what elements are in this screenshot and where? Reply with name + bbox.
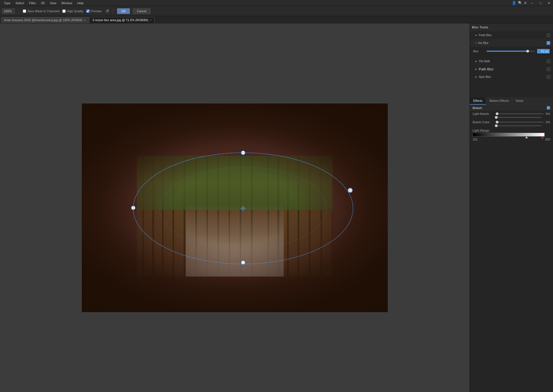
light-range-left-val: 191: [473, 138, 478, 141]
iris-blur-section: ▾ Iris Blur ✓ Blur: [470, 39, 553, 57]
high-quality-checkbox[interactable]: [62, 9, 66, 13]
blur-tool-iris[interactable]: ▾ Iris Blur ✓: [470, 39, 553, 47]
high-quality-label: High Quality: [67, 9, 83, 13]
zoom-input[interactable]: [2, 9, 15, 14]
field-blur-chevron: ▶: [475, 34, 477, 36]
save-mask-group: Save Mask to Channels: [23, 9, 60, 13]
cancel-button[interactable]: Cancel: [133, 8, 150, 14]
layout-icon[interactable]: ⊞: [524, 1, 527, 5]
right-panel: Blur Tools ▶ Field Blur ▾ Iris Blur ✓ Bl…: [470, 23, 553, 392]
high-quality-group: High Quality: [62, 9, 83, 13]
person-icon[interactable]: 👤: [512, 1, 516, 5]
path-blur-chevron: ▶: [475, 68, 477, 70]
blur-tool-path[interactable]: ▶ Path Blur: [470, 65, 553, 73]
field-blur-checkbox[interactable]: [547, 33, 550, 37]
field-blur-label: Field Blur: [479, 33, 545, 37]
light-range-right-thumb[interactable]: [541, 136, 544, 138]
tilt-shift-checkbox[interactable]: [547, 60, 550, 63]
blur-value-input[interactable]: [537, 49, 550, 53]
blur-slider[interactable]: [487, 51, 535, 52]
bokeh-color-row: Bokeh Color: 0%: [470, 119, 553, 125]
tilt-shift-label: Tilt-Shift: [479, 60, 545, 63]
iris-blur-label: Iris Blur: [478, 41, 545, 45]
save-mask-checkbox[interactable]: [23, 9, 26, 13]
menu-bar: Type Select Filter 3D View Window Help 👤…: [0, 0, 553, 6]
preview-checkbox[interactable]: [86, 9, 90, 13]
iris-blur-controls: Blur: [470, 47, 553, 57]
light-range-label: Light Range:: [473, 129, 495, 132]
tab-label-2: 3 resize blur area.jpg @ 71.5% (RGB/8#): [92, 18, 148, 22]
light-bokeh-label: Light Bokeh:: [473, 112, 495, 115]
tab-noise[interactable]: Noise: [512, 97, 527, 105]
close-button[interactable]: ✕: [545, 0, 553, 6]
tab-bar: brian bossany 0035 @brianbossany.jpg @ 1…: [0, 16, 553, 23]
bokeh-check-icon: ✓: [547, 107, 550, 109]
light-bokeh-slider[interactable]: [497, 113, 544, 114]
blur-tool-tilt[interactable]: ▶ Tilt-Shift: [470, 57, 553, 65]
tilt-shift-chevron: ▶: [475, 60, 477, 63]
effects-tabs-header: Effects Motion Effects Noise: [470, 97, 553, 105]
bokeh-color-label: Bokeh Color:: [473, 120, 495, 124]
preview-group: Preview: [86, 9, 102, 13]
menu-item-type[interactable]: Type: [2, 1, 13, 5]
maximize-button[interactable]: □: [536, 0, 545, 6]
spin-blur-checkbox[interactable]: [547, 75, 550, 79]
tab-motion-effects[interactable]: Motion Effects: [486, 97, 512, 105]
light-range-right-val: 255: [545, 138, 550, 141]
tab-label-1: brian bossany 0035 @brianbossany.jpg @ 1…: [4, 18, 82, 22]
bokeh-color-slider[interactable]: [497, 122, 544, 123]
bokeh-color-value: 0%: [546, 120, 550, 124]
tab-effects[interactable]: Effects: [470, 97, 486, 105]
blur-value-row: Blur: [473, 49, 550, 53]
path-blur-checkbox[interactable]: [547, 67, 550, 71]
iris-blur-chevron: ▾: [475, 42, 477, 44]
menu-item-select[interactable]: Select: [13, 1, 26, 5]
tab-close-1[interactable]: ×: [84, 19, 86, 22]
blur-tools-title: Blur Tools: [472, 26, 488, 29]
main-layout: Blur Tools ▶ Field Blur ▾ Iris Blur ✓ Bl…: [0, 23, 553, 392]
blur-tool-spin[interactable]: ▶ Spin Blur: [470, 73, 553, 81]
tab-close-2[interactable]: ×: [150, 19, 152, 22]
light-range-row: Light Range:: [470, 127, 553, 133]
minimize-button[interactable]: ─: [528, 0, 536, 6]
canvas-image: [82, 103, 388, 312]
canvas-area[interactable]: [0, 23, 470, 392]
menu-item-3d[interactable]: 3D: [39, 1, 47, 5]
preview-label: Preview: [91, 9, 102, 13]
iris-blur-checkbox[interactable]: ✓: [547, 41, 550, 45]
light-bokeh-value: 0%: [546, 112, 550, 115]
light-bokeh-row: Light Bokeh: 0%: [470, 111, 553, 117]
save-mask-label: Save Mask to Channels: [27, 9, 60, 13]
light-range-left-thumb[interactable]: [525, 136, 528, 138]
search-icon[interactable]: 🔍: [518, 1, 522, 5]
blur-tools-header: Blur Tools: [470, 23, 553, 31]
blur-tool-field[interactable]: ▶ Field Blur: [470, 31, 553, 39]
photo-canvas: [82, 103, 388, 312]
spin-blur-chevron: ▶: [475, 76, 477, 78]
bokeh-checkbox[interactable]: ✓: [547, 106, 550, 110]
toolbar: Save Mask to Channels High Quality Previ…: [0, 6, 553, 16]
blur-label: Blur: [473, 50, 484, 53]
spin-blur-label: Spin Blur: [479, 75, 545, 78]
path-blur-label: Path Blur: [479, 67, 545, 71]
menu-item-help[interactable]: Help: [75, 1, 86, 5]
menu-item-view[interactable]: View: [48, 1, 59, 5]
bokeh-label: Bokeh: [473, 106, 482, 110]
bokeh-header: Bokeh ✓: [470, 105, 553, 111]
tab-resize-blur[interactable]: 3 resize blur area.jpg @ 71.5% (RGB/8#) …: [89, 17, 155, 23]
iris-check-icon: ✓: [547, 41, 550, 44]
undo-icon[interactable]: ↺: [105, 8, 109, 14]
tab-brian-bossany[interactable]: brian bossany 0035 @brianbossany.jpg @ 1…: [1, 17, 89, 23]
light-range-values: 191 255: [470, 137, 553, 142]
menu-item-window[interactable]: Window: [59, 1, 75, 5]
ok-button[interactable]: OK: [117, 8, 130, 14]
menu-item-filter[interactable]: Filter: [27, 1, 38, 5]
